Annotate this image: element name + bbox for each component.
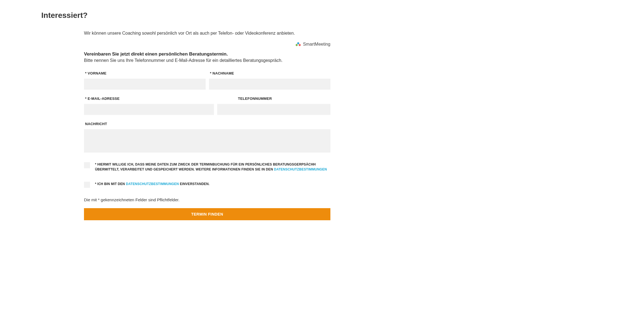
- form-content: Wir können unsere Coaching sowohl persön…: [41, 31, 330, 220]
- nachname-label: * NACHNAME: [209, 71, 331, 75]
- nachricht-input[interactable]: [84, 129, 330, 153]
- brand-name: SmartMeeting: [303, 42, 330, 47]
- telefon-label: TELEFONNUMMER: [217, 97, 330, 101]
- consent1-link[interactable]: DATENSCHUTZBESTIMMUNGEN: [274, 167, 327, 171]
- brand-row: SmartMeeting: [84, 41, 330, 47]
- intro-text: Wir können unsere Coaching sowohl persön…: [84, 31, 330, 36]
- consent2-checkbox[interactable]: [84, 182, 90, 188]
- vorname-group: * VORNAME: [84, 71, 206, 90]
- consent2-suffix: EINVERSTANDEN.: [179, 182, 210, 186]
- email-group: * E-MAIL-ADRESSE: [84, 97, 214, 115]
- consent1-row: * HIERMIT WILLIGE ICH, DASS MEINE DATEN …: [84, 162, 330, 172]
- nachricht-group: NACHRICHT: [84, 122, 330, 154]
- smartmeeting-icon: [295, 41, 301, 47]
- vorname-input[interactable]: [84, 79, 206, 90]
- subtitle-bold: Vereinbaren Sie jetzt direkt einen persö…: [84, 51, 330, 57]
- email-input[interactable]: [84, 104, 214, 115]
- nachname-group: * NACHNAME: [209, 71, 331, 90]
- required-note: Die mit * gekennzeichneten Felder sind P…: [84, 197, 330, 202]
- nachricht-label: NACHRICHT: [84, 122, 330, 126]
- subtitle-text: Bitte nennen Sie uns Ihre Telefonnummer …: [84, 58, 330, 63]
- telefon-input[interactable]: [217, 104, 330, 115]
- telefon-group: TELEFONNUMMER: [217, 97, 330, 115]
- consent1-label: * HIERMIT WILLIGE ICH, DASS MEINE DATEN …: [95, 162, 330, 172]
- page-title: Interessiert?: [41, 11, 603, 20]
- nachname-input[interactable]: [209, 79, 331, 90]
- vorname-label: * VORNAME: [84, 71, 206, 75]
- email-label: * E-MAIL-ADRESSE: [84, 97, 214, 101]
- consent2-link[interactable]: DATENSCHUTZBESTIMMUNGEN: [126, 182, 179, 186]
- brand-logo: SmartMeeting: [295, 41, 330, 47]
- consent2-row: * ICH BIN MIT DEN DATENSCHUTZBESTIMMUNGE…: [84, 181, 330, 188]
- consent2-label: * ICH BIN MIT DEN DATENSCHUTZBESTIMMUNGE…: [95, 181, 210, 186]
- consent1-checkbox[interactable]: [84, 162, 90, 168]
- submit-button[interactable]: TERMIN FINDEN: [84, 208, 330, 220]
- consent2-prefix: * ICH BIN MIT DEN: [95, 182, 126, 186]
